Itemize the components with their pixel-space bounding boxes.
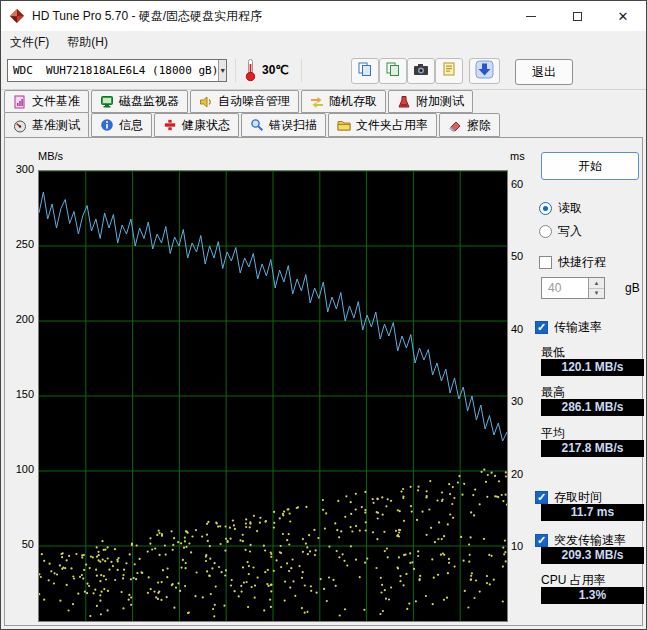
tab-random-access[interactable]: 随机存取 (301, 90, 386, 113)
tab-folder-usage[interactable]: 文件夹占用率 (328, 113, 437, 137)
tab-noise-management[interactable]: 自动噪音管理 (190, 90, 299, 113)
start-button[interactable]: 开始 (541, 152, 639, 180)
menubar: 文件(F) 帮助(H) (1, 31, 646, 54)
read-radio[interactable]: 读取 (539, 200, 582, 217)
write-radio[interactable]: 写入 (539, 223, 582, 240)
disk-monitor-icon (100, 95, 114, 109)
extra-tests-icon (397, 95, 411, 109)
update-button[interactable] (469, 58, 500, 84)
exit-button[interactable]: 退出 (515, 59, 573, 85)
cpu-usage-value: 1.3% (541, 587, 644, 604)
y-left-tick: 250 (7, 238, 34, 250)
save-pages-icon (385, 61, 401, 81)
short-stroke-unit: gB (625, 281, 640, 295)
short-stroke-value: 40 (542, 278, 588, 298)
y-left-tick: 300 (7, 163, 34, 175)
spinner-up-button[interactable] (589, 278, 604, 289)
download-arrow-icon (475, 60, 494, 83)
transfer-rate-label: 传输速率 (554, 319, 602, 336)
tab-label: 附加测试 (416, 93, 464, 110)
spinner-down-button[interactable] (589, 289, 604, 299)
y-left-tick: 50 (7, 538, 34, 550)
benchmark-panel: MB/s ms 30025020015010050 605040302010 开… (4, 137, 643, 626)
min-speed-value: 120.1 MB/s (541, 359, 644, 376)
chevron-down-icon[interactable] (218, 60, 226, 81)
menu-file[interactable]: 文件(F) (1, 32, 58, 53)
tab-error-scan[interactable]: 错误扫描 (241, 113, 326, 137)
tab-row-2: 基准测试 信息 健康状态 错误扫描 文件夹占用率 擦除 (4, 113, 502, 137)
tab-label: 信息 (119, 117, 143, 134)
tab-erase[interactable]: 擦除 (439, 113, 500, 137)
checkbox-checked-icon (535, 534, 548, 547)
tab-label: 自动噪音管理 (218, 93, 290, 110)
health-icon (163, 118, 177, 132)
toolbar-separator (235, 59, 236, 82)
tab-label: 文件夹占用率 (356, 117, 428, 134)
y-left-tick: 100 (7, 463, 34, 475)
tab-label: 基准测试 (32, 117, 80, 134)
app-window: HD Tune Pro 5.70 - 硬盘/固态硬盘实用程序 文件(F) 帮助(… (0, 0, 647, 630)
y-left-tick: 150 (7, 388, 34, 400)
checkbox-checked-icon (535, 321, 548, 334)
file-benchmark-icon (13, 95, 27, 109)
titlebar: HD Tune Pro 5.70 - 硬盘/固态硬盘实用程序 (1, 1, 646, 32)
toolbar: WDC WUH721818ALE6L4 (18000 gB) 30℃ 退出 (1, 53, 646, 90)
y-right-tick: 50 (511, 250, 523, 262)
window-title: HD Tune Pro 5.70 - 硬盘/固态硬盘实用程序 (32, 8, 262, 25)
checkbox-unchecked-icon (539, 256, 552, 269)
tab-label: 错误扫描 (269, 117, 317, 134)
checkbox-checked-icon (535, 491, 548, 504)
tab-disk-monitor[interactable]: 磁盘监视器 (91, 90, 188, 113)
short-stroke-label: 快捷行程 (558, 254, 606, 271)
short-stroke-checkbox[interactable]: 快捷行程 (539, 254, 606, 271)
benchmark-gauge-icon (13, 119, 27, 133)
tab-info[interactable]: 信息 (91, 113, 152, 137)
window-controls (508, 1, 646, 31)
maximize-button[interactable] (554, 1, 600, 31)
temperature-value: 30℃ (262, 63, 289, 77)
short-stroke-input[interactable]: 40 (541, 277, 605, 299)
minimize-icon (526, 16, 536, 17)
transfer-rate-checkbox[interactable]: 传输速率 (535, 319, 602, 336)
tab-file-benchmark[interactable]: 文件基准 (4, 90, 89, 113)
save-screenshot-button[interactable] (379, 58, 407, 84)
random-access-icon (310, 95, 324, 109)
erase-icon (448, 118, 462, 132)
benchmark-plot (38, 170, 508, 622)
toolbar-separator (301, 59, 302, 82)
tab-health[interactable]: 健康状态 (154, 113, 239, 137)
report-icon (441, 61, 457, 81)
tab-label: 随机存取 (329, 93, 377, 110)
tab-label: 健康状态 (182, 117, 230, 134)
copy-screenshot-button[interactable] (351, 58, 379, 84)
noise-management-icon (199, 95, 213, 109)
y-right-tick: 60 (511, 178, 523, 190)
tab-benchmark[interactable]: 基准测试 (4, 112, 89, 138)
temperature-icon (244, 58, 257, 86)
spinner (588, 278, 604, 298)
tab-row-1: 文件基准 磁盘监视器 自动噪音管理 随机存取 附加测试 (4, 90, 475, 113)
folder-usage-icon (337, 118, 351, 132)
error-scan-icon (250, 118, 264, 132)
radio-unselected-icon (539, 225, 552, 238)
info-icon (100, 118, 114, 132)
capture-button[interactable] (407, 58, 435, 84)
write-radio-label: 写入 (558, 223, 582, 240)
hd-tune-logo-icon (9, 8, 25, 24)
drive-select-value: WDC WUH721818ALE6L4 (18000 gB) (8, 60, 218, 81)
y-left-axis-label: MB/s (38, 150, 63, 162)
y-right-axis-label: ms (510, 150, 525, 162)
y-right-tick: 30 (511, 395, 523, 407)
close-icon (618, 10, 629, 23)
copy-text-button[interactable] (435, 58, 463, 84)
avg-speed-value: 217.8 MB/s (541, 440, 644, 457)
drive-select[interactable]: WDC WUH721818ALE6L4 (18000 gB) (7, 59, 227, 82)
close-button[interactable] (600, 1, 646, 31)
y-right-tick: 10 (511, 540, 523, 552)
menu-help[interactable]: 帮助(H) (58, 32, 117, 53)
read-radio-label: 读取 (558, 200, 582, 217)
tab-label: 擦除 (467, 117, 491, 134)
minimize-button[interactable] (508, 1, 554, 31)
y-right-tick: 20 (511, 468, 523, 480)
tab-extra-tests[interactable]: 附加测试 (388, 90, 473, 113)
